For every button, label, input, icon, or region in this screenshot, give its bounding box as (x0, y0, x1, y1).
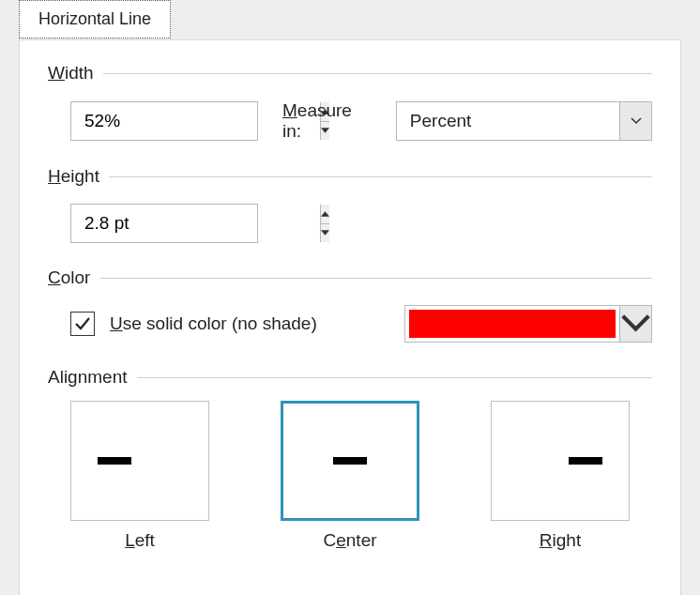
color-dropdown-button[interactable] (619, 306, 651, 342)
height-spinner-arrows (320, 205, 329, 242)
height-heading-label: Height (48, 166, 109, 187)
tab-horizontal-line[interactable]: Horizontal Line (19, 0, 171, 38)
height-spinner-up[interactable] (321, 205, 329, 224)
line-icon (569, 457, 602, 465)
alignment-label-center: Center (323, 530, 376, 551)
dialog-panel: Width Measure in: Percent (19, 39, 681, 595)
chevron-down-icon (321, 230, 329, 236)
measure-in-select[interactable]: Percent (396, 101, 652, 141)
use-solid-color-label: Use solid color (no shade) (110, 313, 317, 334)
width-row: Measure in: Percent (70, 100, 652, 142)
height-row (70, 204, 652, 243)
height-input[interactable] (71, 205, 320, 242)
measure-in-label: Measure in: (282, 100, 372, 142)
chevron-up-icon (321, 211, 329, 217)
line-icon (333, 457, 367, 465)
alignment-option-right[interactable]: Right (491, 401, 630, 551)
heading-rule (137, 377, 653, 378)
width-spinner[interactable] (70, 101, 258, 141)
section-heading-alignment: Alignment (48, 367, 652, 388)
chevron-down-icon (631, 117, 642, 125)
alignment-preview-center (281, 401, 419, 521)
alignment-label-left: Left (125, 530, 155, 551)
alignment-preview-left (70, 401, 209, 521)
alignment-preview-right (491, 401, 630, 521)
alignment-option-left[interactable]: Left (70, 401, 209, 551)
color-heading-label: Color (48, 267, 99, 288)
section-heading-width: Width (48, 63, 652, 84)
color-swatch (409, 310, 616, 338)
width-heading-label: Width (48, 63, 103, 84)
tab-label: Horizontal Line (38, 9, 151, 28)
heading-rule (103, 73, 652, 74)
color-row: Use solid color (no shade) (70, 305, 652, 343)
section-heading-height: Height (48, 166, 652, 187)
measure-in-dropdown-button[interactable] (619, 102, 651, 140)
measure-in-value: Percent (397, 111, 619, 131)
height-spinner[interactable] (70, 204, 258, 243)
height-spinner-down[interactable] (321, 224, 329, 243)
dialog-window: Horizontal Line Width Measure in: (0, 0, 700, 595)
heading-rule (109, 176, 652, 177)
alignment-option-center[interactable]: Center (281, 401, 419, 551)
alignment-options: Left Center Right (70, 401, 630, 551)
chevron-down-icon (620, 313, 651, 334)
heading-rule (99, 278, 652, 279)
section-heading-color: Color (48, 267, 652, 288)
line-icon (98, 457, 131, 465)
alignment-heading-label: Alignment (48, 367, 137, 388)
alignment-label-right: Right (540, 530, 581, 551)
use-solid-color-checkbox[interactable] (70, 312, 95, 336)
color-select[interactable] (404, 305, 652, 343)
check-icon (74, 315, 91, 332)
